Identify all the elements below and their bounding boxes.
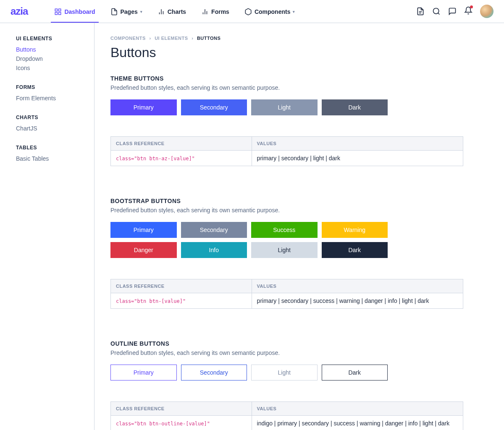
svg-rect-1 [59,9,61,11]
bootstrap-primary-button[interactable]: Primary [110,222,177,238]
reference-table: CLASS REFERENCE VALUES class="btn btn-[v… [110,279,463,309]
outline-dark-button[interactable]: Dark [322,365,388,380]
sidebar-item-chartjs[interactable]: ChartJS [16,124,94,133]
breadcrumb: COMPONENTS › UI ELEMENTS › BUTTONS [110,36,483,41]
svg-rect-0 [55,9,58,11]
sidebar-group-title: UI ELEMENTS [16,36,94,42]
breadcrumb-item[interactable]: UI ELEMENTS [155,36,188,41]
chevron-right-icon: › [192,36,193,41]
svg-point-12 [433,8,439,14]
section-title: OUTLINE BUTTONS [110,340,483,347]
table-header: CLASS REFERENCE [111,402,252,416]
section-description: Predefined button styles, each serving i… [110,349,483,356]
reference-table: CLASS REFERENCE VALUES class="btn btn-ou… [110,401,463,430]
nav-item-charts[interactable]: Charts [154,1,189,22]
section-bootstrap-buttons: BOOTSTRAP BUTTONS Predefined button styl… [110,198,483,309]
sidebar-group-title: CHARTS [16,115,94,120]
table-cell: class="btn btn-outline-[value]" [111,416,252,430]
button-row: PrimarySecondaryLightDark [110,99,388,115]
table-header: VALUES [252,279,463,293]
bootstrap-light-button[interactable]: Light [251,242,318,258]
section-theme-buttons: THEME BUTTONS Predefined button styles, … [110,75,483,166]
table-cell: class="btn btn-[value]" [111,293,252,309]
code-snippet: class="btn btn-[value]" [116,298,186,304]
bootstrap-success-button[interactable]: Success [251,222,318,238]
nav-item-dashboard[interactable]: Dashboard [51,1,98,22]
theme-primary-button[interactable]: Primary [110,99,177,115]
sidebar-item-icons[interactable]: Icons [16,63,94,73]
sidebar-item-basic-tables[interactable]: Basic Tables [16,154,94,163]
theme-dark-button[interactable]: Dark [322,99,388,115]
section-title: BOOTSTRAP BUTTONS [110,198,483,204]
header-actions [416,5,494,18]
page-title: Buttons [110,45,483,60]
bootstrap-info-button[interactable]: Info [181,242,247,258]
bootstrap-danger-button[interactable]: Danger [110,242,177,258]
table-cell: primary | secondary | light | dark [252,151,463,166]
message-icon[interactable] [448,7,457,16]
breadcrumb-item[interactable]: COMPONENTS [110,36,146,41]
nav-label: Charts [168,8,186,15]
theme-secondary-button[interactable]: Secondary [181,99,247,115]
nav-label: Pages [121,8,138,15]
nav-item-components[interactable]: Components▾ [241,1,299,22]
chevron-right-icon: › [149,36,151,41]
sidebar-item-form-elements[interactable]: Form Elements [16,94,94,103]
button-row: PrimarySecondaryLightDark [110,365,388,380]
sidebar-item-dropdown[interactable]: Dropdown [16,54,94,63]
table-cell: primary | secondary | success | warning … [252,293,463,309]
chevron-down-icon: ▾ [140,10,142,14]
nav-item-forms[interactable]: Forms [198,1,233,22]
bootstrap-secondary-button[interactable]: Secondary [181,222,247,238]
svg-rect-3 [55,12,58,14]
brand-logo[interactable]: azia [10,5,28,17]
theme-light-button[interactable]: Light [251,99,318,115]
reference-table: CLASS REFERENCE VALUES class="btn btn-az… [110,136,463,166]
search-icon[interactable] [432,7,441,16]
table-header: VALUES [252,137,463,151]
table-cell: indigo | primary | secondary | success |… [252,416,463,430]
file-text-icon[interactable] [416,7,425,16]
nav-item-pages[interactable]: Pages▾ [107,1,146,22]
top-nav: DashboardPages▾ChartsFormsComponents▾ [51,1,298,22]
section-title: THEME BUTTONS [110,75,483,82]
section-description: Predefined button styles, each serving i… [110,207,483,214]
section-description: Predefined button styles, each serving i… [110,84,483,91]
code-snippet: class="btn btn-outline-[value]" [116,421,210,427]
breadcrumb-current: BUTTONS [197,36,220,41]
table-header: CLASS REFERENCE [111,137,252,151]
avatar[interactable] [480,5,494,18]
bootstrap-warning-button[interactable]: Warning [322,222,388,238]
svg-line-13 [438,13,440,15]
sidebar: UI ELEMENTSButtonsDropdownIconsFORMSForm… [0,23,94,430]
notifications-button[interactable] [464,6,472,16]
table-header: CLASS REFERENCE [111,279,252,293]
main-content: COMPONENTS › UI ELEMENTS › BUTTONS Butto… [94,23,504,430]
section-outline-buttons: OUTLINE BUTTONS Predefined button styles… [110,340,483,430]
table-header: VALUES [252,402,463,416]
nav-label: Forms [211,8,229,15]
bootstrap-dark-button[interactable]: Dark [322,242,388,258]
chevron-down-icon: ▾ [293,10,295,14]
sidebar-item-buttons[interactable]: Buttons [16,45,94,54]
nav-label: Dashboard [64,8,95,15]
outline-primary-button[interactable]: Primary [110,365,177,380]
code-snippet: class="btn btn-az-[value]" [116,156,195,162]
sidebar-group-title: TABLES [16,145,94,151]
notification-dot [470,5,473,8]
app-header: azia DashboardPages▾ChartsFormsComponent… [0,0,504,23]
outline-secondary-button[interactable]: Secondary [181,365,247,380]
outline-light-button[interactable]: Light [251,365,318,380]
nav-label: Components [255,8,291,15]
button-row: PrimarySecondarySuccessWarningDangerInfo… [110,222,388,258]
sidebar-group-title: FORMS [16,84,94,90]
table-cell: class="btn btn-az-[value]" [111,151,252,166]
svg-rect-2 [59,12,61,14]
